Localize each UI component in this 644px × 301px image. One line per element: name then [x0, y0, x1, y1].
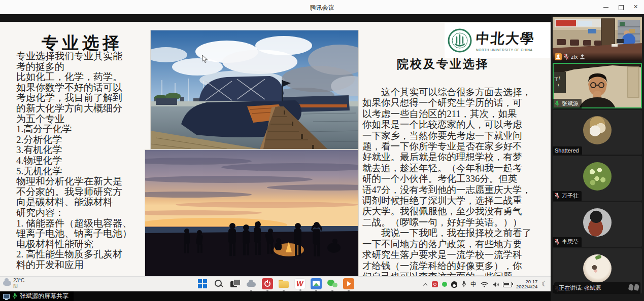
participant-label: Shattered — [553, 146, 582, 155]
night-mode-icon[interactable]: ☾ — [541, 281, 548, 288]
participant-name: 万子壮 — [562, 192, 579, 200]
photos-app-icon[interactable] — [311, 278, 322, 289]
slide-text-line: 语47分，没有考到他的一志愿重庆大学， — [362, 185, 551, 196]
close-button[interactable] — [629, 0, 644, 14]
participant-tile-zlx[interactable]: zlx — [553, 17, 642, 61]
hand-icon — [634, 284, 640, 291]
task-view-icon[interactable] — [229, 278, 241, 289]
avatar — [583, 162, 612, 191]
slide-text-line: 2.分析化学 — [16, 135, 152, 145]
slide-text-line: 专业选择我们专业其实能 — [16, 51, 152, 62]
slide-text-line: 4.物理化学 — [16, 156, 152, 166]
mic-on-icon — [555, 100, 560, 107]
slide-right-text: 这个其实可以综合很多方面去选择， 如果你只想得一个研究生学历的话，可 以考虑一些… — [362, 87, 551, 276]
gesture-icons — [629, 284, 639, 290]
marina-photo — [150, 30, 359, 149]
slide-text-line: 考的挺多的 — [16, 62, 152, 72]
participant-tile-lisiying[interactable]: 李思莹 — [553, 202, 642, 247]
window-title: 腾讯会议 — [0, 4, 644, 12]
slide-text-line: 就去追，趁还年轻。（今年和我一起考 — [362, 163, 551, 174]
participant-label: zlx — [553, 52, 642, 61]
screen-share-banner[interactable]: 张斌源的屏幕共享 — [0, 291, 74, 301]
weather-temp: 23°C — [13, 278, 24, 283]
slide-text-line: 这个其实可以综合很多方面去选择， — [362, 87, 551, 98]
participant-label: 万子壮 — [553, 191, 582, 201]
slide-text-line: 你如果是一个比较恋家的人，可以考虑 — [362, 120, 551, 130]
participant-label: 李思莹 — [553, 237, 582, 247]
cloud-icon — [3, 281, 11, 286]
slide-text-line: 庆大学。我很佩服他，至少我没有勇气 — [362, 206, 551, 217]
participant-tile-wanzizhuang[interactable]: 万子壮 — [553, 156, 642, 201]
speaker-icon[interactable] — [492, 282, 499, 287]
tray-mic-icon[interactable] — [461, 281, 466, 288]
tray-qq-icon[interactable] — [451, 281, 457, 288]
minimize-button[interactable] — [598, 0, 614, 14]
search-icon[interactable] — [213, 278, 224, 289]
mouse-cursor — [202, 55, 208, 63]
slide-text-line: 向是碳材料、能源材料 — [16, 197, 152, 208]
weather-widget[interactable]: 23°C 阴 — [3, 278, 24, 289]
mic-muted-icon — [555, 193, 560, 199]
weather-condition: 阴 — [13, 283, 24, 289]
slide-text-line: 们自己也可以查查这方面的一些问题 — [362, 272, 551, 276]
participant-name: zlx — [571, 54, 578, 60]
slide-text-line: 以考虑一些自治区的211，其次，如果 — [362, 109, 551, 120]
slide-text-line: 不分家的。我导师研究方 — [16, 187, 152, 198]
slide-left-text: 专业选择我们专业其实能 考的挺多的 比如化工，化学，药学。 如果你数学不好的话可… — [16, 51, 152, 270]
windows-taskbar: 23°C 阴 — [0, 276, 551, 292]
bottom-strip: 张斌源的屏幕共享 — [0, 291, 551, 301]
monitor-icon — [3, 294, 10, 299]
university-name-en: NORTH UNIVERSITY OF CHINA — [476, 48, 535, 52]
window-controls — [598, 0, 644, 14]
slide-text-line: 才给钱（一流学科给的好像更多），你 — [362, 261, 551, 272]
speaking-toast-text: 正在讲话: 张斌源 — [554, 284, 601, 292]
video-app-icon[interactable] — [343, 278, 354, 289]
wechat-icon[interactable] — [327, 278, 338, 289]
university-logo: 中北大學 NORTH UNIVERSITY OF CHINA — [445, 23, 550, 58]
tray-wechat-icon[interactable] — [442, 282, 447, 287]
participant-name: 张斌源 — [562, 100, 579, 107]
battery-icon[interactable] — [503, 282, 512, 287]
slide-text-line: 一下家乡，当然你要先考虑一下就业问 — [362, 131, 551, 141]
slide-right-heading: 院校及专业选择 — [355, 56, 531, 72]
participant-tile-shattered[interactable]: Shattered — [553, 110, 642, 155]
mic-muted-icon — [555, 239, 560, 245]
participant-label: 张斌源 — [553, 99, 582, 108]
slide-text-line: 一下不同地方的落户政策，有些地方要 — [362, 239, 551, 250]
wps-icon[interactable] — [294, 278, 306, 289]
slide-text-line: 求研究生落户要求是一流学校一流学科 — [362, 250, 551, 260]
wifi-icon[interactable] — [481, 282, 488, 287]
share-audio-icon — [12, 293, 17, 299]
hand-icon — [628, 284, 634, 291]
bonfire-photo — [145, 149, 359, 276]
ime-indicator[interactable]: 中 — [470, 281, 477, 288]
cloud-app-icon[interactable] — [246, 278, 257, 289]
start-button-icon[interactable] — [197, 278, 208, 289]
tray-red-app-icon[interactable] — [432, 281, 438, 287]
slide-text-line: 研的一个小伙伴。考化工336分。但英 — [362, 174, 551, 184]
slide-text-line: 题，看一下你所学专业是否在家乡好不 — [362, 141, 551, 152]
slide-text-line: 2. 高性能生物质多孔炭材 — [16, 249, 152, 260]
slide-text-line: 研究内容： — [16, 208, 152, 218]
avatar — [583, 116, 612, 144]
tray-chevron-icon[interactable] — [423, 282, 428, 287]
member-icon — [580, 54, 585, 60]
mic-muted-icon — [564, 54, 569, 60]
participant-tile-zhangbinyuan[interactable]: 了!! 张斌源 — [553, 63, 642, 108]
red-app-icon[interactable] — [262, 278, 273, 289]
slide-text-line: 比如化工，化学，药学。 — [16, 72, 152, 83]
university-name-cn: 中北大學 — [476, 29, 536, 48]
participant-name: Shattered — [555, 147, 579, 154]
speaking-toast: 正在讲话: 张斌源 — [554, 282, 640, 294]
screen-share-region: 专业选择 专业选择我们专业其实能 考的挺多的 比如化工，化学，药学。 如果你数学… — [0, 14, 551, 301]
maximize-button[interactable] — [614, 0, 629, 14]
title-bar: 腾讯会议 — [0, 0, 644, 15]
tray-clock[interactable]: 20:17 2022/4/24 — [516, 279, 537, 289]
slide-text-line: 如果你数学不好的话可以 — [16, 83, 152, 93]
university-emblem-icon — [447, 27, 473, 54]
tencent-meeting-window: 腾讯会议 专业选择 专业选择我们专业其实能 考的挺多的 比如化工，化学，药学。 … — [0, 0, 644, 301]
file-explorer-icon[interactable] — [278, 278, 289, 289]
host-badge-icon — [555, 53, 562, 60]
slide-text-line: 我说一下我吧，我在报择校之前看了 — [362, 228, 551, 239]
participant-name: 李思莹 — [562, 238, 579, 246]
